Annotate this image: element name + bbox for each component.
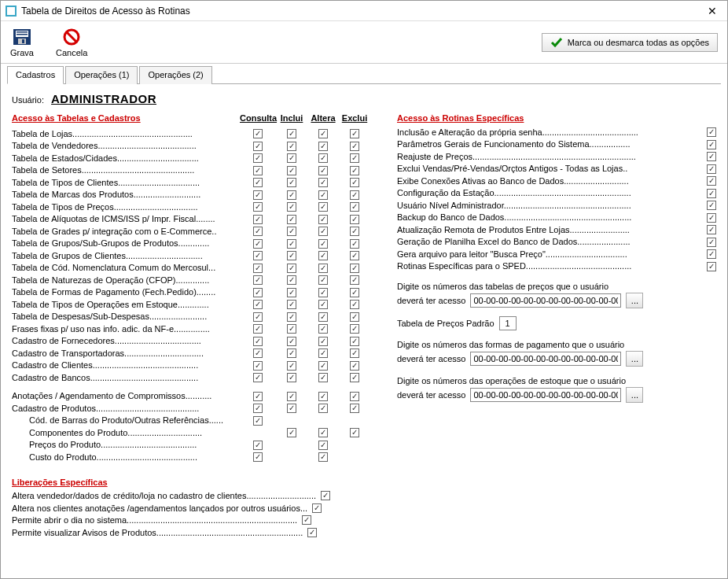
payments-input[interactable] xyxy=(470,352,621,366)
checkbox[interactable] xyxy=(253,373,263,382)
checkbox[interactable] xyxy=(350,239,359,249)
checkbox[interactable] xyxy=(287,275,296,285)
checkbox[interactable] xyxy=(350,215,359,224)
checkbox[interactable] xyxy=(318,190,328,200)
checkbox[interactable] xyxy=(253,166,263,175)
checkbox[interactable] xyxy=(707,127,716,137)
checkbox[interactable] xyxy=(350,428,359,437)
checkbox[interactable] xyxy=(318,324,328,334)
checkbox[interactable] xyxy=(350,288,359,297)
tables-input[interactable] xyxy=(470,293,621,308)
checkbox[interactable] xyxy=(350,404,359,413)
checkbox[interactable] xyxy=(287,312,296,322)
tab-operacoes-2[interactable]: Operações (2) xyxy=(139,66,211,84)
checkbox[interactable] xyxy=(350,275,359,285)
checkbox[interactable] xyxy=(253,275,263,285)
cancel-button[interactable]: Cancela xyxy=(56,28,87,57)
checkbox[interactable] xyxy=(253,178,263,187)
checkbox[interactable] xyxy=(318,452,328,462)
checkbox[interactable] xyxy=(253,300,263,309)
checkbox[interactable] xyxy=(318,373,328,382)
stockops-input[interactable] xyxy=(470,388,621,402)
checkbox[interactable] xyxy=(287,264,296,273)
checkbox[interactable] xyxy=(307,528,317,537)
save-button[interactable]: Grava xyxy=(10,28,34,57)
checkbox[interactable] xyxy=(253,416,263,426)
checkbox[interactable] xyxy=(707,213,716,223)
checkbox[interactable] xyxy=(318,178,328,187)
checkbox[interactable] xyxy=(287,288,296,297)
checkbox[interactable] xyxy=(253,227,263,236)
checkbox[interactable] xyxy=(318,288,328,297)
checkbox[interactable] xyxy=(253,190,263,200)
checkbox[interactable] xyxy=(253,239,263,249)
checkbox[interactable] xyxy=(253,404,263,413)
checkbox[interactable] xyxy=(253,153,263,163)
checkbox[interactable] xyxy=(318,361,328,371)
checkbox[interactable] xyxy=(318,142,328,151)
checkbox[interactable] xyxy=(253,349,263,358)
checkbox[interactable] xyxy=(350,312,359,322)
checkbox[interactable] xyxy=(287,166,296,175)
payments-browse-button[interactable]: ... xyxy=(626,351,643,367)
checkbox[interactable] xyxy=(350,202,359,212)
checkbox[interactable] xyxy=(318,349,328,358)
checkbox[interactable] xyxy=(350,142,359,151)
checkbox[interactable] xyxy=(350,361,359,371)
checkbox[interactable] xyxy=(287,178,296,187)
checkbox[interactable] xyxy=(318,153,328,163)
checkbox[interactable] xyxy=(287,361,296,371)
checkbox[interactable] xyxy=(253,312,263,322)
checkbox[interactable] xyxy=(350,227,359,236)
stockops-browse-button[interactable]: ... xyxy=(626,387,643,403)
tab-cadastros[interactable]: Cadastros xyxy=(7,66,64,84)
checkbox[interactable] xyxy=(253,215,263,224)
checkbox[interactable] xyxy=(253,324,263,334)
checkbox[interactable] xyxy=(287,129,296,138)
checkbox[interactable] xyxy=(707,249,716,259)
checkbox[interactable] xyxy=(707,201,716,210)
checkbox[interactable] xyxy=(318,251,328,260)
checkbox[interactable] xyxy=(318,428,328,437)
checkbox[interactable] xyxy=(350,251,359,260)
checkbox[interactable] xyxy=(253,392,263,401)
checkbox[interactable] xyxy=(350,349,359,358)
checkbox[interactable] xyxy=(287,428,296,437)
checkbox[interactable] xyxy=(287,142,296,151)
checkbox[interactable] xyxy=(318,264,328,273)
checkbox[interactable] xyxy=(318,392,328,401)
tables-browse-button[interactable]: ... xyxy=(626,293,643,308)
checkbox[interactable] xyxy=(287,251,296,260)
checkbox[interactable] xyxy=(287,337,296,346)
checkbox[interactable] xyxy=(318,227,328,236)
checkbox[interactable] xyxy=(318,275,328,285)
default-table-input[interactable] xyxy=(499,316,517,330)
checkbox[interactable] xyxy=(318,202,328,212)
checkbox[interactable] xyxy=(350,166,359,175)
checkbox[interactable] xyxy=(287,324,296,334)
checkbox[interactable] xyxy=(312,503,322,513)
checkbox[interactable] xyxy=(287,300,296,309)
checkbox[interactable] xyxy=(350,373,359,382)
checkbox[interactable] xyxy=(318,166,328,175)
tab-operacoes-1[interactable]: Operações (1) xyxy=(65,66,138,84)
checkbox[interactable] xyxy=(253,264,263,273)
checkbox[interactable] xyxy=(287,373,296,382)
checkbox[interactable] xyxy=(253,452,263,462)
mark-all-button[interactable]: Marca ou desmarca todas as opções xyxy=(542,33,718,52)
checkbox[interactable] xyxy=(318,337,328,346)
checkbox[interactable] xyxy=(287,153,296,163)
checkbox[interactable] xyxy=(350,300,359,309)
checkbox[interactable] xyxy=(318,239,328,249)
checkbox[interactable] xyxy=(350,178,359,187)
checkbox[interactable] xyxy=(350,337,359,346)
checkbox[interactable] xyxy=(318,441,328,450)
checkbox[interactable] xyxy=(287,190,296,200)
checkbox[interactable] xyxy=(707,176,716,186)
checkbox[interactable] xyxy=(318,300,328,309)
checkbox[interactable] xyxy=(287,392,296,401)
checkbox[interactable] xyxy=(350,324,359,334)
checkbox[interactable] xyxy=(707,140,716,149)
checkbox[interactable] xyxy=(287,349,296,358)
checkbox[interactable] xyxy=(302,515,311,525)
